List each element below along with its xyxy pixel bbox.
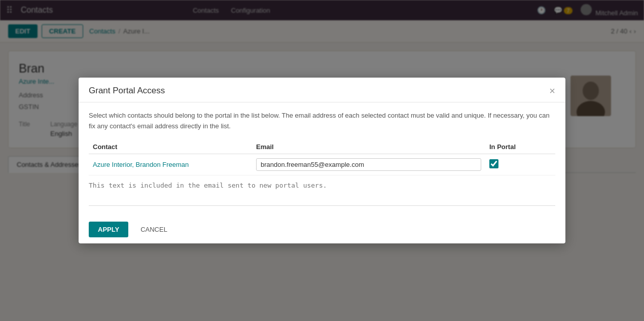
contact-link[interactable]: Azure Interior, Brandon Freeman — [93, 161, 189, 168]
email-input[interactable] — [256, 158, 481, 171]
modal-overlay: Grant Portal Access × Select which conta… — [0, 0, 644, 181]
row-in-portal — [485, 154, 555, 175]
row-email — [252, 154, 485, 175]
modal-close-button[interactable]: × — [549, 86, 555, 96]
col-header-in-portal: In Portal — [485, 140, 555, 154]
row-contact: Azure Interior, Brandon Freeman — [89, 154, 252, 175]
modal: Grant Portal Access × Select which conta… — [79, 78, 565, 181]
modal-description: Select which contacts should belong to t… — [89, 111, 555, 132]
portal-table: Contact Email In Portal Azure Interior, … — [89, 140, 555, 175]
col-header-contact: Contact — [89, 140, 252, 154]
modal-title: Grant Portal Access — [89, 86, 165, 96]
portal-checkbox[interactable] — [489, 159, 498, 168]
modal-header: Grant Portal Access × — [79, 78, 565, 102]
table-row: Azure Interior, Brandon Freeman — [89, 154, 555, 175]
col-header-email: Email — [252, 140, 485, 154]
email-text-area[interactable] — [89, 175, 555, 181]
modal-body: Select which contacts should belong to t… — [79, 102, 565, 181]
